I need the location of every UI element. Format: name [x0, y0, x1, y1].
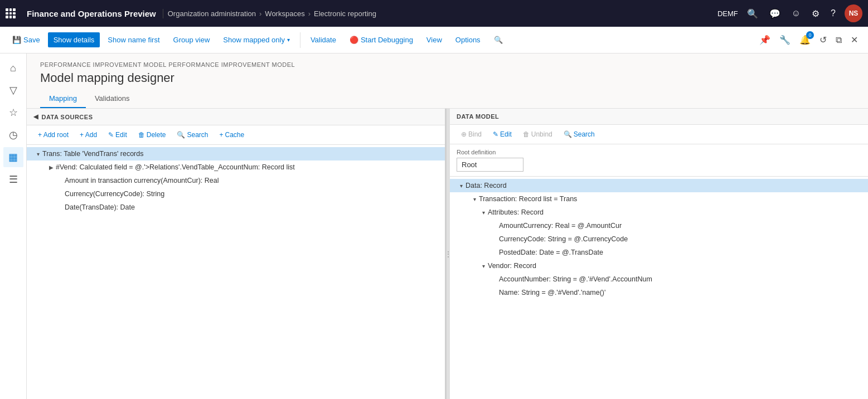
options-button[interactable]: Options [450, 32, 486, 47]
save-icon: 💾 [12, 36, 21, 44]
tree-item-transaction-label: Transaction: Record list = Trans [479, 195, 864, 203]
show-name-first-button[interactable]: Show name first [102, 32, 165, 47]
view-button[interactable]: View [421, 32, 448, 47]
tree-item-date[interactable]: ▶ Date(TransDate): Date [27, 201, 445, 214]
show-details-label: Show details [54, 36, 95, 44]
settings-button[interactable]: ⚙ [809, 6, 822, 21]
breadcrumb-part1: PERFORMANCE IMPROVEMENT MODEL [40, 61, 167, 68]
delete-ds-label: Delete [147, 131, 166, 139]
breadcrumb: Organization administration › Workspaces… [168, 9, 713, 18]
show-details-button[interactable]: Show details [48, 32, 100, 47]
nav-calendar-icon[interactable]: ▦ [3, 147, 23, 167]
tree-item-amount-currency-label: AmountCurrency: Real = @.AmountCur [499, 222, 864, 230]
unbind-icon: 🗑 [523, 130, 530, 138]
toggle-vendor-icon[interactable]: ▾ [479, 261, 488, 270]
data-sources-header: ◀ DATA SOURCES [27, 109, 445, 125]
toggle-transaction-icon[interactable]: ▾ [470, 194, 479, 203]
start-debugging-button[interactable]: 🔴 Start Debugging [344, 32, 419, 47]
close-button[interactable]: ✕ [847, 31, 861, 48]
toggle-vend-icon[interactable]: ▶ [47, 163, 56, 172]
tree-item-vendor[interactable]: ▾ Vendor: Record [450, 259, 868, 273]
cache-button[interactable]: + Cache [215, 129, 249, 141]
avatar[interactable]: NS [845, 4, 862, 22]
tree-item-trans-label: Trans: Table 'VendTrans' records [42, 150, 440, 158]
nav-home-icon[interactable]: ⌂ [3, 58, 23, 78]
add-button[interactable]: + Add [75, 129, 101, 141]
add-root-button[interactable]: + Add root [33, 129, 73, 141]
breadcrumb-org[interactable]: Organization administration [168, 9, 256, 18]
tree-item-vend[interactable]: ▶ #Vend: Calculated field = @.'>Relation… [27, 160, 445, 174]
tree-item-posted-date[interactable]: ▶ PostedDate: Date = @.TransDate [450, 246, 868, 259]
search-ds-label: Search [187, 131, 208, 139]
smiley-button[interactable]: ☺ [789, 6, 803, 21]
app-menu-icon[interactable] [6, 8, 16, 18]
open-new-button[interactable]: ⧉ [832, 32, 845, 48]
tree-item-currency[interactable]: ▶ Currency(CurrencyCode): String [27, 187, 445, 201]
save-label: Save [23, 36, 40, 44]
unbind-button[interactable]: 🗑 Unbind [518, 128, 557, 140]
edit-ds-label: Edit [115, 131, 127, 139]
breadcrumb-workspaces[interactable]: Workspaces [265, 9, 304, 18]
nav-filter-icon[interactable]: ▽ [3, 80, 23, 100]
nav-favorites-icon[interactable]: ☆ [3, 103, 23, 123]
delete-ds-button[interactable]: 🗑 Delete [134, 129, 171, 141]
search-topbar-button[interactable]: 🔍 [745, 6, 760, 21]
tree-item-amount-currency[interactable]: ▶ AmountCurrency: Real = @.AmountCur [450, 219, 868, 232]
main-layout: ⌂ ▽ ☆ ◷ ▦ ☰ PERFORMANCE IMPROVEMENT MODE… [0, 53, 868, 399]
tree-item-transaction[interactable]: ▾ Transaction: Record list = Trans [450, 192, 868, 206]
tree-item-name[interactable]: ▶ Name: String = @.'#Vend'.'name()' [450, 286, 868, 299]
show-mapped-only-button[interactable]: Show mapped only ▾ [217, 32, 295, 47]
tree-item-attributes[interactable]: ▾ Attributes: Record [450, 206, 868, 219]
search-ds-button[interactable]: 🔍 Search [172, 129, 212, 141]
search-dm-button[interactable]: 🔍 Search [559, 128, 599, 140]
env-badge: DEMF [717, 9, 738, 18]
mapping-area: ◀ DATA SOURCES + Add root + Add ✎ Edit 🗑… [27, 109, 868, 399]
toggle-attributes-icon[interactable]: ▾ [479, 208, 488, 217]
root-definition-area: Root definition Root [450, 144, 868, 177]
pin-button[interactable]: 📌 [756, 31, 774, 48]
edit-ds-button[interactable]: ✎ Edit [104, 129, 132, 141]
save-button[interactable]: 💾 Save [7, 32, 46, 47]
root-def-value[interactable]: Root [457, 158, 523, 172]
group-view-label: Group view [173, 36, 210, 44]
bind-button[interactable]: ⊕ Bind [457, 128, 486, 140]
tree-item-currency-label: Currency(CurrencyCode): String [65, 190, 440, 198]
data-model-title: DATA MODEL [457, 113, 861, 120]
tab-mapping[interactable]: Mapping [40, 90, 86, 108]
top-bar-right: DEMF 🔍 💬 ☺ ⚙ ? NS [717, 4, 862, 22]
help-button[interactable]: ? [828, 6, 838, 21]
tab-validations[interactable]: Validations [86, 90, 139, 108]
debug-icon: 🔴 [350, 36, 358, 44]
tree-item-amount[interactable]: ▶ Amount in transaction currency(AmountC… [27, 174, 445, 187]
cache-icon: + [219, 131, 223, 139]
toolbar-search-button[interactable]: 🔍 [488, 32, 508, 47]
chevron-down-icon: ▾ [287, 37, 290, 43]
validate-button[interactable]: Validate [305, 32, 342, 47]
tree-item-amount-label: Amount in transaction currency(AmountCur… [65, 177, 440, 184]
tree-item-data[interactable]: ▾ Data: Record [450, 179, 868, 192]
group-view-button[interactable]: Group view [168, 32, 216, 47]
tree-item-currency-code-label: CurrencyCode: String = @.CurrencyCode [499, 235, 864, 243]
content-area: PERFORMANCE IMPROVEMENT MODEL PERFORMANC… [27, 53, 868, 399]
message-button[interactable]: 💬 [767, 6, 783, 21]
toggle-data-icon[interactable]: ▾ [457, 181, 465, 190]
extension-button[interactable]: 🔧 [776, 31, 794, 48]
tree-item-currency-code[interactable]: ▶ CurrencyCode: String = @.CurrencyCode [450, 232, 868, 246]
refresh-button[interactable]: ↺ [816, 31, 830, 48]
page-breadcrumb: PERFORMANCE IMPROVEMENT MODEL PERFORMANC… [27, 53, 868, 69]
options-label: Options [455, 36, 481, 44]
breadcrumb-er[interactable]: Electronic reporting [314, 9, 376, 18]
tree-item-data-label: Data: Record [465, 182, 864, 189]
nav-recent-icon[interactable]: ◷ [3, 125, 23, 145]
validate-label: Validate [311, 36, 336, 44]
page-breadcrumb-text: PERFORMANCE IMPROVEMENT MODEL PERFORMANC… [40, 61, 295, 68]
tree-item-account-number[interactable]: ▶ AccountNumber: String = @.'#Vend'.Acco… [450, 273, 868, 286]
bind-label: Bind [468, 130, 482, 138]
toolbar-separator-1 [300, 32, 300, 48]
tree-item-trans[interactable]: ▾ Trans: Table 'VendTrans' records [27, 147, 445, 160]
nav-list-icon[interactable]: ☰ [3, 169, 23, 189]
edit-dm-button[interactable]: ✎ Edit [488, 128, 516, 140]
search-dm-icon: 🔍 [564, 130, 572, 138]
expand-toggle-icon[interactable]: ◀ [33, 113, 38, 120]
toggle-trans-icon[interactable]: ▾ [33, 149, 42, 158]
